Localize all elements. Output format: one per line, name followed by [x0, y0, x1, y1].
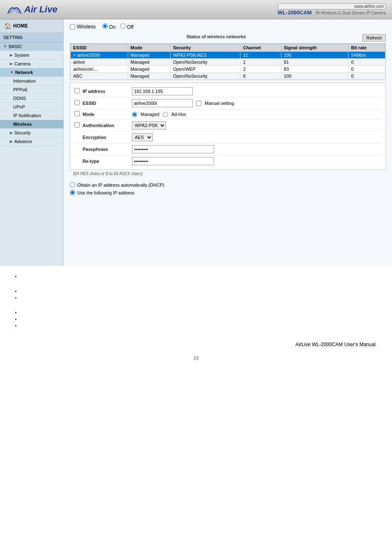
mode-value: Managed Ad-Hoc	[132, 112, 382, 117]
manual-setting-label: Manual setting	[205, 101, 234, 106]
static-ip-radio[interactable]	[70, 190, 75, 195]
static-ip-label: Use the following IP address	[77, 190, 134, 195]
page-number: 23	[0, 356, 392, 361]
wireless-on-label: On	[109, 24, 115, 30]
bullet-item-1	[21, 273, 380, 278]
essid-checkbox[interactable]	[74, 100, 80, 105]
wireless-toggle-label: Wireless	[77, 24, 96, 30]
auth-checkbox[interactable]	[74, 122, 80, 127]
essid-input[interactable]	[132, 99, 193, 107]
content-area: Wireless On Off Refresh Status of wirele…	[64, 19, 392, 266]
sidebar-item-information[interactable]: Information	[0, 77, 63, 86]
sidebar-item-network[interactable]: ▼ Network	[0, 68, 63, 77]
col-security: Security	[171, 44, 240, 52]
advance-label: Advance	[14, 139, 32, 144]
bullet-item-3	[21, 295, 380, 300]
system-arrow-icon: ▶	[10, 53, 13, 57]
wireless-on-radio[interactable]	[102, 23, 108, 29]
essid-label: ESSID	[83, 101, 132, 106]
form-row-retype: Re-type	[74, 155, 382, 167]
refresh-button[interactable]: Refresh	[362, 34, 386, 42]
ip-option-dhcp: Obtain an IP address automatically (DHCP…	[70, 181, 386, 189]
ip-option-static: Use the following IP address	[70, 189, 386, 197]
ip-options-section: Obtain an IP address automatically (DHCP…	[70, 181, 386, 197]
system-label: System	[14, 53, 30, 58]
passphrase-input[interactable]	[132, 145, 214, 153]
header-model-line: WL-2000CAM IR Wireless-G Dual Stream IP …	[278, 9, 386, 16]
col-signal: Signal strength	[281, 44, 348, 52]
setting-label: SETTING	[3, 35, 23, 40]
mode-managed-radio[interactable]	[132, 112, 137, 117]
network-label: Network	[15, 70, 33, 75]
table-row[interactable]: 161ManagedOpen/WEP10770	[71, 80, 385, 81]
sidebar-item-upnp[interactable]: UPnP	[0, 103, 63, 111]
form-row-auth: Authentication WPA2-PSK WPA-PSK Open	[74, 120, 382, 132]
mode-adhoc-radio[interactable]	[163, 112, 168, 117]
network-arrow-icon: ▼	[10, 70, 14, 74]
camera-label: Camera	[14, 61, 30, 66]
sidebar-item-pppoe[interactable]: PPPoE	[0, 86, 63, 94]
sidebar-item-basic[interactable]: ▼ BASIC	[0, 42, 63, 51]
auth-label: Authentication	[83, 123, 132, 128]
page-header: Air Live www.airlive.com WL-2000CAM IR W…	[0, 0, 392, 19]
table-row[interactable]: ABCManagedOpen/NoSecurity61000	[71, 73, 385, 80]
basic-label: BASIC	[9, 44, 22, 49]
essid-value: Manual setting	[132, 99, 382, 107]
header-right: www.airlive.com WL-2000CAM IR Wireless-G…	[278, 3, 386, 16]
header-model: WL-2000CAM	[278, 9, 312, 16]
bullet-area	[0, 266, 392, 333]
bullet-item-4	[21, 310, 380, 314]
col-channel: Channel	[240, 44, 281, 52]
dhcp-radio[interactable]	[70, 182, 75, 187]
logo-icon	[6, 4, 23, 15]
wireless-sidebar-label: Wireless	[13, 122, 32, 127]
security-label: Security	[14, 130, 31, 135]
network-table-container[interactable]: ESSID Mode Security Channel Signal stren…	[70, 43, 386, 80]
manual-setting-checkbox[interactable]	[196, 101, 201, 106]
wireless-enable-checkbox[interactable]	[70, 24, 75, 30]
information-label: Information	[13, 79, 36, 83]
col-mode: Mode	[128, 44, 171, 52]
wireless-off-radio[interactable]	[120, 23, 126, 29]
header-url: www.airlive.com	[278, 3, 386, 9]
form-row-encryption: Encryption AES TKIP	[74, 132, 382, 143]
auth-select[interactable]: WPA2-PSK WPA-PSK Open	[132, 121, 166, 130]
sidebar-item-advance[interactable]: ▶ Advance	[0, 137, 63, 146]
sidebar-item-ddns[interactable]: DDNS	[0, 94, 63, 103]
sidebar-item-ip-notification[interactable]: IP Notification	[0, 111, 63, 120]
upnp-label: UPnP	[13, 104, 25, 109]
sidebar-item-home[interactable]: 🏠 HOME	[0, 19, 63, 33]
sidebar-item-system[interactable]: ▶ System	[0, 51, 63, 60]
sidebar-item-wireless[interactable]: Wireless	[0, 120, 63, 129]
basic-arrow-icon: ▼	[3, 44, 7, 49]
auth-value: WPA2-PSK WPA-PSK Open	[132, 121, 382, 130]
sidebar-item-security[interactable]: ▶ Security	[0, 129, 63, 137]
main-layout: 🏠 HOME SETTING ▼ BASIC ▶ System ▶ Camera…	[0, 19, 392, 266]
sidebar-item-camera[interactable]: ▶ Camera	[0, 60, 63, 68]
hint-text: (64 HEX chars or 8 to 63 ASCII chars)	[70, 170, 386, 178]
col-essid: ESSID	[71, 44, 128, 52]
mode-label: Mode	[83, 112, 132, 117]
ip-input[interactable]	[132, 87, 193, 95]
ip-notification-label: IP Notification	[13, 113, 41, 118]
encryption-select[interactable]: AES TKIP	[132, 133, 153, 141]
mode-checkbox[interactable]	[74, 111, 80, 116]
bullet-item-2	[21, 288, 380, 293]
form-row-ip: IP address	[74, 86, 382, 97]
table-row[interactable]: airliveManagedOpen/NoSecurity1810	[71, 59, 385, 66]
encryption-label: Encryption	[83, 135, 132, 140]
table-row[interactable]: > airlive2000rManagedWPA2-PSK/AES1110054…	[71, 52, 385, 59]
passphrase-value	[132, 145, 382, 153]
retype-input[interactable]	[132, 157, 214, 165]
table-row[interactable]: airlivecoirl...ManagedOpen/WEP2830	[71, 66, 385, 73]
bullet-item-6	[21, 323, 380, 328]
form-row-essid: ESSID Manual setting	[74, 97, 382, 109]
sidebar: 🏠 HOME SETTING ▼ BASIC ▶ System ▶ Camera…	[0, 19, 64, 266]
network-table: ESSID Mode Security Channel Signal stren…	[70, 44, 385, 80]
logo-area: Air Live	[6, 4, 58, 15]
retype-value	[132, 157, 382, 165]
bullet-item-5	[21, 316, 380, 321]
footer: AirLive WL-2000CAM User's Manual	[0, 342, 392, 347]
advance-arrow-icon: ▶	[10, 139, 13, 143]
ip-checkbox[interactable]	[74, 88, 80, 93]
